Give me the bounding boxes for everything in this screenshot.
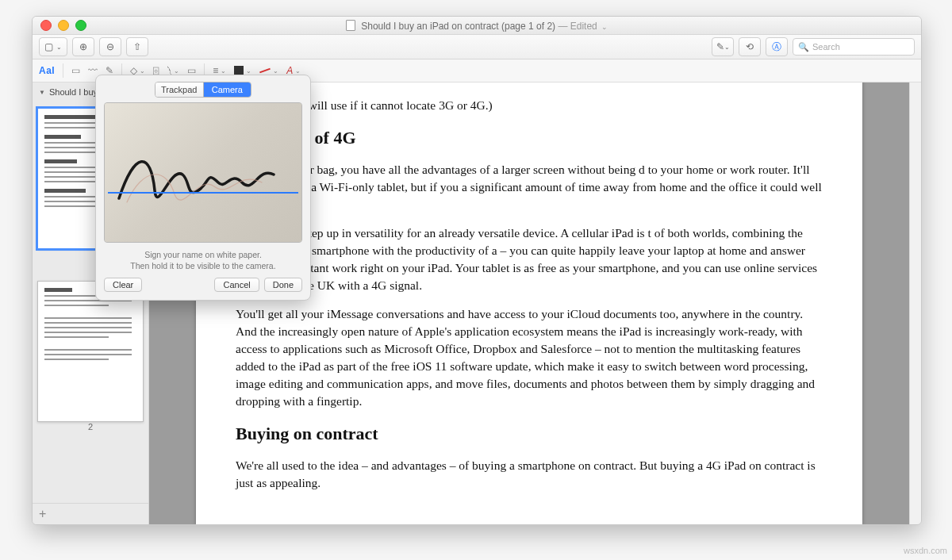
add-page-button[interactable]: + bbox=[33, 503, 148, 524]
tab-camera[interactable]: Camera bbox=[204, 82, 251, 97]
markup-icon: Ⓐ bbox=[772, 40, 781, 54]
signature-source-segmented: Trackpad Camera bbox=[155, 82, 251, 98]
fill-color-button[interactable]: ⌄ bbox=[259, 67, 278, 75]
main-toolbar: ▢⌄ ⊕ ⊖ ⇧ ✎⌄ ⟲ Ⓐ 🔍 Search bbox=[33, 35, 921, 59]
popover-buttons: Clear Cancel Done bbox=[104, 278, 302, 292]
chevron-down-icon: ⌄ bbox=[724, 44, 730, 51]
chevron-down-icon: ⌄ bbox=[273, 67, 278, 75]
titlebar: Should I buy an iPad on contract (page 1… bbox=[33, 17, 921, 35]
signature-instructions: Sign your name on white paper. Then hold… bbox=[104, 249, 302, 271]
body-text: e 4G is a real step up in versatility fo… bbox=[236, 224, 823, 294]
share-icon: ⇧ bbox=[133, 41, 141, 52]
disclosure-triangle-icon: ▼ bbox=[39, 89, 45, 96]
zoom-out-button[interactable]: ⊖ bbox=[99, 37, 121, 56]
view-mode-button[interactable]: ▢⌄ bbox=[39, 37, 67, 56]
document-icon bbox=[346, 20, 355, 31]
tab-trackpad[interactable]: Trackpad bbox=[155, 82, 204, 97]
window-title[interactable]: Should I buy an iPad on contract (page 1… bbox=[33, 20, 921, 32]
done-button[interactable]: Done bbox=[264, 278, 302, 292]
chevron-down-icon: ⌄ bbox=[295, 67, 301, 75]
heading: dvantages of 4G bbox=[236, 125, 823, 150]
chevron-down-icon: ⌄ bbox=[246, 67, 251, 75]
watermark: wsxdn.com bbox=[904, 546, 947, 555]
signature-popover: Trackpad Camera Sign your name on white … bbox=[95, 75, 311, 301]
signature-stroke bbox=[111, 127, 294, 222]
selection-tool-button[interactable]: ▭ bbox=[71, 65, 80, 76]
rotate-icon: ⟲ bbox=[746, 41, 754, 52]
body-text: tion your iPad will use if it cannot loc… bbox=[236, 97, 823, 114]
markup-button[interactable]: Ⓐ bbox=[766, 37, 788, 56]
page-thumbnail-2[interactable]: 2 bbox=[37, 281, 144, 432]
chevron-down-icon: ⌄ bbox=[56, 44, 62, 51]
cancel-button[interactable]: Cancel bbox=[214, 278, 259, 292]
share-button[interactable]: ⇧ bbox=[126, 37, 148, 56]
zoom-in-button[interactable]: ⊕ bbox=[72, 37, 94, 56]
title-text: Should I buy an iPad on contract (page 1… bbox=[361, 21, 555, 32]
highlight-icon: ✎ bbox=[716, 41, 724, 52]
heading: Buying on contract bbox=[236, 421, 823, 446]
text-tool-button[interactable]: AaI bbox=[39, 65, 55, 76]
search-icon: 🔍 bbox=[798, 42, 809, 52]
body-text: 4G iPad in your bag, you have all the ad… bbox=[236, 161, 823, 213]
body-text: You'll get all your iMessage conversatio… bbox=[236, 305, 823, 410]
vertical-scrollbar[interactable] bbox=[909, 82, 921, 524]
chevron-down-icon: ⌄ bbox=[174, 67, 179, 75]
selection-icon: ▭ bbox=[71, 65, 80, 76]
clear-button[interactable]: Clear bbox=[104, 278, 142, 292]
sidebar-icon: ▢ bbox=[44, 41, 53, 52]
search-input[interactable]: 🔍 Search bbox=[793, 38, 915, 56]
chevron-down-icon: ⌄ bbox=[140, 67, 145, 75]
highlight-button[interactable]: ✎⌄ bbox=[712, 37, 734, 56]
chevron-down-icon: ⌄ bbox=[601, 23, 608, 31]
rotate-button[interactable]: ⟲ bbox=[739, 37, 761, 56]
chevron-down-icon: ⌄ bbox=[221, 67, 226, 75]
sketch-icon: 〰 bbox=[88, 65, 98, 76]
no-fill-icon bbox=[259, 68, 271, 74]
zoom-out-icon: ⊖ bbox=[106, 41, 114, 52]
sketch-tool-button[interactable]: 〰 bbox=[88, 65, 98, 76]
page-number-label: 2 bbox=[37, 422, 144, 432]
edited-indicator: — Edited bbox=[558, 21, 597, 32]
search-placeholder: Search bbox=[812, 42, 840, 52]
camera-preview bbox=[104, 102, 302, 243]
body-text: We're all used to the idea – and advanta… bbox=[236, 457, 823, 492]
zoom-in-icon: ⊕ bbox=[79, 41, 87, 52]
